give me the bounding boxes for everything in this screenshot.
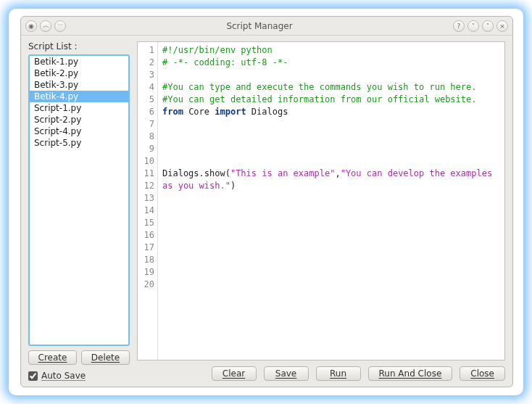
script-list-item[interactable]: Script-2.py (30, 114, 128, 125)
maximize-icon[interactable]: ˄ (482, 20, 494, 32)
minimize-icon[interactable]: ˅ (467, 20, 479, 32)
create-button[interactable]: Create (28, 350, 77, 365)
chevron-down-icon[interactable]: ﹀ (54, 20, 66, 32)
code-area[interactable]: #!/usr/bin/env python# -*- codding: utf-… (158, 42, 504, 360)
help-icon[interactable]: ? (453, 20, 465, 32)
run-and-close-button[interactable]: Run And Close (368, 366, 453, 381)
clear-button[interactable]: Clear (212, 366, 257, 381)
close-icon[interactable]: × (496, 20, 508, 32)
line-number-gutter: 1234567891011121314151617181920 (138, 42, 158, 360)
script-list-item[interactable]: Betik-1.py (30, 56, 128, 67)
script-list-item[interactable]: Betik-4.py (30, 91, 128, 102)
code-editor[interactable]: 1234567891011121314151617181920 #!/usr/b… (137, 41, 505, 360)
auto-save-label: Auto Save (41, 371, 86, 381)
script-list-item[interactable]: Script-4.py (30, 125, 128, 137)
sidebar: Script List : Betik-1.pyBetik-2.pyBetik-… (28, 41, 130, 381)
chevron-up-icon[interactable]: ︿ (40, 20, 51, 32)
auto-save-checkbox[interactable]: Auto Save (28, 371, 130, 381)
script-list[interactable]: Betik-1.pyBetik-2.pyBetik-3.pyBetik-4.py… (28, 54, 130, 346)
close-button[interactable]: Close (460, 366, 505, 381)
delete-button[interactable]: Delete (81, 350, 130, 365)
script-list-item[interactable]: Script-5.py (30, 137, 128, 149)
script-manager-window: ◉ ︿ ﹀ Script Manager ? ˅ ˄ × Script List… (20, 16, 513, 387)
menu-icon[interactable]: ◉ (25, 20, 37, 32)
script-list-item[interactable]: Betik-3.py (30, 79, 128, 91)
save-button[interactable]: Save (264, 366, 309, 381)
script-list-label: Script List : (28, 41, 130, 51)
titlebar: ◉ ︿ ﹀ Script Manager ? ˅ ˄ × (21, 17, 512, 36)
run-button[interactable]: Run (316, 366, 361, 381)
window-title: Script Manager (66, 21, 453, 31)
script-list-item[interactable]: Script-1.py (30, 102, 128, 114)
script-list-item[interactable]: Betik-2.py (30, 67, 128, 79)
